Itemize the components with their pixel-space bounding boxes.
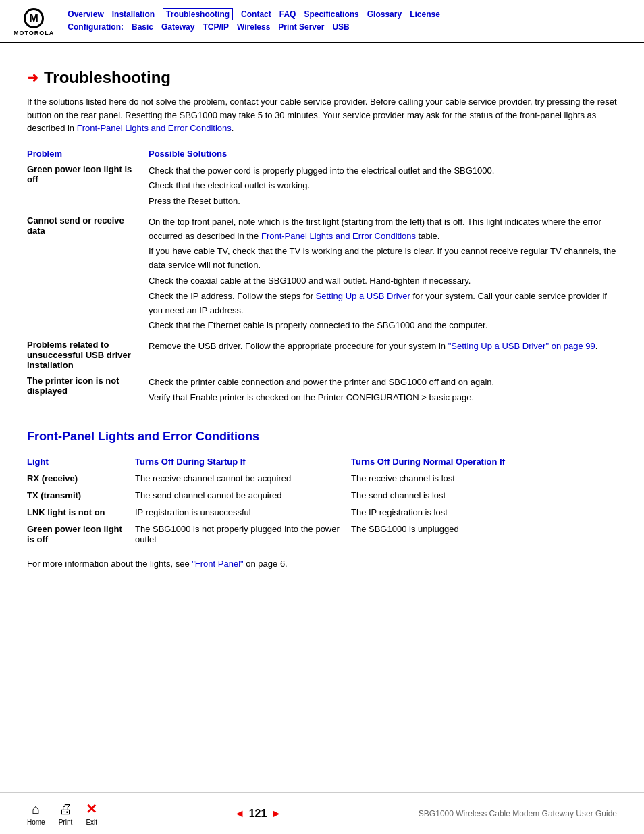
front-panel-heading: Front-Panel Lights and Error Conditions xyxy=(27,429,617,444)
fp-col3-header: Turns Off During Normal Operation If xyxy=(351,453,617,470)
fp-startup-cell: The SBG1000 is not properly plugged into… xyxy=(135,521,351,548)
table-row: Problems related to unsuccessful USB dri… xyxy=(27,337,617,373)
home-label: Home xyxy=(27,818,45,826)
nav-license[interactable]: License xyxy=(410,9,440,19)
nav-overview[interactable]: Overview xyxy=(68,9,103,19)
fp-col2-header: Turns Off During Startup If xyxy=(135,453,351,470)
problem-cell-2: Cannot send or receive data xyxy=(27,213,149,337)
header: M MOTOROLA Overview Installation Trouble… xyxy=(0,0,644,43)
fp-light-label: Green power icon light is off xyxy=(27,521,135,548)
fp-normal-cell: The receive channel is lost xyxy=(351,470,617,487)
nav-contact[interactable]: Contact xyxy=(241,9,271,19)
usb-driver-link-1[interactable]: Setting Up a USB Driver xyxy=(316,291,410,301)
nav-troubleshooting[interactable]: Troubleshooting xyxy=(163,8,233,20)
intro-link[interactable]: Front-Panel Lights and Error Conditions xyxy=(77,123,232,133)
guide-title: SBG1000 Wireless Cable Modem Gateway Use… xyxy=(419,809,617,818)
solution-line: Check that the power cord is properly pl… xyxy=(149,164,617,178)
fp-row: LNK light is not on IP registration is u… xyxy=(27,504,617,521)
fp-startup-cell: The receive channel cannot be acquired xyxy=(135,470,351,487)
solution-line: If you have cable TV, check that the TV … xyxy=(149,244,617,273)
intro-paragraph: If the solutions listed here do not solv… xyxy=(27,95,617,135)
nav-installation[interactable]: Installation xyxy=(112,9,155,19)
solution-line: Press the Reset button. xyxy=(149,194,617,209)
fp-normal-cell: The SBG1000 is unplugged xyxy=(351,521,617,548)
problem-name-1: Green power icon light is off xyxy=(27,164,132,184)
next-page-button[interactable]: ► xyxy=(271,808,281,820)
table-header-row: Problem Possible Solutions xyxy=(27,146,617,161)
print-icon: 🖨 xyxy=(59,802,72,817)
nav-config-printserver[interactable]: Print Server xyxy=(278,22,324,32)
bottom-nav: ⌂ Home 🖨 Print ✕ Exit ◄ 121 ► SBG1000 Wi… xyxy=(0,792,644,834)
config-label: Configuration: xyxy=(68,22,124,32)
nav-config-tcpip[interactable]: TCP/IP xyxy=(203,22,229,32)
top-divider xyxy=(27,57,617,57)
solution-line: Verify that Enable printer is checked on… xyxy=(149,391,617,405)
usb-driver-link-2[interactable]: "Setting Up a USB Driver" on page 99 xyxy=(448,341,595,351)
fp-row: RX (receive) The receive channel cannot … xyxy=(27,470,617,487)
problem-cell-4: The printer icon is not displayed xyxy=(27,373,149,409)
fp-startup-cell: The send channel cannot be acquired xyxy=(135,487,351,504)
exit-icon: ✕ xyxy=(86,801,97,817)
bottom-nav-center: ◄ 121 ► xyxy=(234,808,281,820)
prev-page-button[interactable]: ◄ xyxy=(234,808,245,820)
front-panel-section: Front-Panel Lights and Error Conditions … xyxy=(27,429,617,569)
nav-specifications[interactable]: Specifications xyxy=(304,9,358,19)
table-row: The printer icon is not displayed Check … xyxy=(27,373,617,409)
page-title-row: ➜ Troubleshooting xyxy=(27,68,617,87)
title-arrow-icon: ➜ xyxy=(27,70,38,86)
fp-header-row: Light Turns Off During Startup If Turns … xyxy=(27,453,617,470)
front-panel-link[interactable]: "Front Panel" xyxy=(192,558,243,569)
header-solution: Possible Solutions xyxy=(149,146,617,161)
front-panel-table: Light Turns Off During Startup If Turns … xyxy=(27,453,617,548)
solution-line: Check that the electrical outlet is work… xyxy=(149,179,617,193)
intro-text-2: . xyxy=(232,123,234,133)
nav-faq[interactable]: FAQ xyxy=(279,9,296,19)
solution-line: Check the printer cable connection and p… xyxy=(149,375,617,390)
fp-normal-cell: The send channel is lost xyxy=(351,487,617,504)
exit-label: Exit xyxy=(86,818,97,826)
motorola-logo-circle: M xyxy=(24,8,44,28)
nav-config-basic[interactable]: Basic xyxy=(132,22,153,32)
solution-cell-4: Check the printer cable connection and p… xyxy=(149,373,617,409)
nav-row-main: Overview Installation Troubleshooting Co… xyxy=(68,8,440,20)
exit-button[interactable]: ✕ Exit xyxy=(86,801,97,826)
problem-name-3: Problems related to unsuccessful USB dri… xyxy=(27,340,131,370)
print-button[interactable]: 🖨 Print xyxy=(59,802,73,826)
footer-note: For more information about the lights, s… xyxy=(27,558,617,569)
solution-line: Check that the Ethernet cable is properl… xyxy=(149,319,617,333)
problem-name-2: Cannot send or receive data xyxy=(27,215,124,236)
solution-cell-3: Remove the USB driver. Follow the approp… xyxy=(149,337,617,373)
logo-area: M MOTOROLA xyxy=(14,8,54,36)
bottom-nav-left: ⌂ Home 🖨 Print ✕ Exit xyxy=(27,801,97,826)
home-button[interactable]: ⌂ Home xyxy=(27,802,45,826)
motorola-logo: M MOTOROLA xyxy=(14,8,54,36)
solution-line: Remove the USB driver. Follow the approp… xyxy=(149,340,617,354)
solution-line: Check the IP address. Follow the steps f… xyxy=(149,290,617,318)
problem-cell-1: Green power icon light is off xyxy=(27,161,149,213)
fp-col1-header: Light xyxy=(27,453,135,470)
nav-config-wireless[interactable]: Wireless xyxy=(237,22,270,32)
motorola-logo-letter: M xyxy=(30,12,38,24)
print-label: Print xyxy=(59,818,73,826)
main-content: ➜ Troubleshooting If the solutions liste… xyxy=(0,43,644,602)
problem-cell-3: Problems related to unsuccessful USB dri… xyxy=(27,337,149,373)
nav-config-usb[interactable]: USB xyxy=(332,22,349,32)
footer-note-pre: For more information about the lights, s… xyxy=(27,558,192,569)
nav-row-config: Configuration: Basic Gateway TCP/IP Wire… xyxy=(68,22,440,32)
nav-config-gateway[interactable]: Gateway xyxy=(161,22,194,32)
table-row: Cannot send or receive data On the top f… xyxy=(27,213,617,337)
fp-link[interactable]: Front-Panel Lights and Error Conditions xyxy=(261,231,416,241)
fp-row: TX (transmit) The send channel cannot be… xyxy=(27,487,617,504)
fp-startup-cell: IP registration is unsuccessful xyxy=(135,504,351,521)
motorola-logo-text: MOTOROLA xyxy=(14,30,54,36)
page-number: 121 xyxy=(249,808,267,820)
header-problem: Problem xyxy=(27,146,149,161)
problem-name-4: The printer icon is not displayed xyxy=(27,375,119,396)
fp-light-label: TX (transmit) xyxy=(27,487,135,504)
fp-row: Green power icon light is off The SBG100… xyxy=(27,521,617,548)
nav-glossary[interactable]: Glossary xyxy=(367,9,402,19)
solution-line: Check the coaxial cable at the SBG1000 a… xyxy=(149,274,617,288)
fp-normal-cell: The IP registration is lost xyxy=(351,504,617,521)
solution-cell-2: On the top front panel, note which is th… xyxy=(149,213,617,337)
nav-area: Overview Installation Troubleshooting Co… xyxy=(68,8,440,32)
